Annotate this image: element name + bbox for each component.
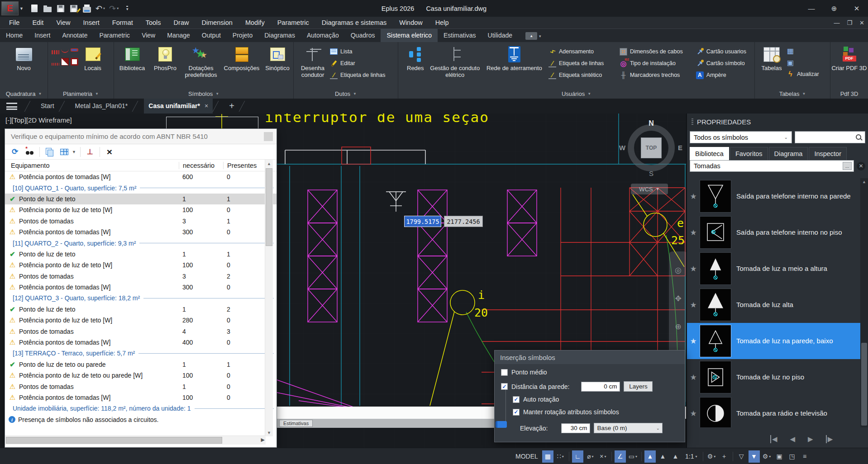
ribbon-tab[interactable]: Diagramas <box>258 29 301 42</box>
cartao-usuarios-button[interactable]: Cartão usuarios <box>696 46 754 57</box>
customize-quick-access-button[interactable]: ▾ <box>123 3 132 14</box>
file-tab[interactable]: Start <box>36 99 59 114</box>
redes-button[interactable]: Redes <box>401 42 430 87</box>
novo-button[interactable]: Novo <box>0 42 48 87</box>
ribbon-tab[interactable]: Parametric <box>93 29 136 42</box>
app-logo-caret-icon[interactable]: ▼ <box>19 6 24 11</box>
undo-button[interactable]: ↶▾ <box>95 3 105 14</box>
file-tab[interactable]: Casa unifamiliar*× <box>144 99 213 114</box>
gestao-conduto-button[interactable]: Gestão de conduto elétrico <box>430 42 480 87</box>
biblioteca-button[interactable]: Biblioteca <box>114 42 150 87</box>
auto-rotacao-checkbox[interactable] <box>513 396 520 403</box>
table-row[interactable]: Pontos de tomadas 1 0 <box>5 381 277 392</box>
table-row[interactable]: Potência pontos de tomadas [W] 300 0 <box>5 282 277 293</box>
planimetria-room-icon[interactable] <box>71 58 78 66</box>
table-row[interactable]: Pontos de tomadas 4 3 <box>5 326 277 336</box>
redo-button[interactable]: ↷▾ <box>109 3 119 14</box>
doc-restore-button[interactable]: ❐ <box>847 19 852 26</box>
isometric-drafting[interactable]: ×▾ <box>597 450 609 463</box>
favorite-star-icon[interactable]: ★ <box>687 264 700 274</box>
viewport-controls-label[interactable]: [-][Top][2D Wireframe] <box>5 116 72 124</box>
pan-icon[interactable]: ✥ <box>675 294 681 303</box>
panel-grip-icon[interactable] <box>692 118 693 126</box>
symbol-item[interactable]: ★ Tomada de luz a meio a altura <box>687 251 861 287</box>
nav-arrow-icon[interactable]: ▶ <box>808 435 813 443</box>
favorite-star-icon[interactable]: ★ <box>687 300 700 310</box>
column-necessario[interactable]: necessário <box>179 162 223 169</box>
table-row[interactable]: Potência ponto de luz de teto [W] 100 0 <box>5 260 277 270</box>
group-label-usuarios[interactable]: Usuários▼ <box>398 89 754 99</box>
scroll-right-icon[interactable]: ▶ <box>261 437 265 443</box>
annotation-scale[interactable]: 1:1▾ <box>682 453 700 460</box>
table-row[interactable]: Potência ponto de luz de teto [W] 280 0 <box>5 315 277 326</box>
tab-estimativas-docked[interactable]: Estimativas <box>279 420 313 427</box>
open-file-button[interactable] <box>43 3 52 14</box>
column-presentes[interactable]: Presentes <box>223 162 261 169</box>
planimetria-duct-icon[interactable] <box>71 48 78 52</box>
scrollbar-thumb[interactable] <box>266 168 272 246</box>
save-button[interactable] <box>56 3 65 14</box>
group-label-planimetria[interactable]: Planimetria▼ <box>48 89 114 99</box>
editar-button[interactable]: Editar <box>330 57 385 69</box>
composicoes-button[interactable]: Composições <box>222 42 262 87</box>
status-bar-menu[interactable]: ≡▾ <box>799 450 811 463</box>
tipo-instalacao-button[interactable]: Tipo de instalação <box>620 57 696 69</box>
ribbon-tab[interactable]: Automação <box>301 29 345 42</box>
table-row[interactable]: Potência pontos de tomadas [W] 400 0 <box>5 337 277 348</box>
symbol-item[interactable]: ★ Tomada de luz na parede, baixo <box>687 323 861 359</box>
view-cube-south[interactable]: S <box>625 170 678 177</box>
menu-item[interactable]: Modify <box>239 17 271 29</box>
menu-item[interactable]: Help <box>429 17 455 29</box>
ribbon-display-options[interactable]: ▲ ▾ <box>525 32 541 40</box>
symbol-item[interactable]: ★ Tomada de luz alta <box>687 287 861 323</box>
menu-item[interactable]: View <box>50 17 76 29</box>
scrollbar-thumb[interactable] <box>6 437 222 444</box>
pipe-tool-icon[interactable] <box>85 147 95 157</box>
lista-button[interactable]: Lista <box>330 46 385 57</box>
clear-search-icon[interactable]: ✕ <box>857 162 865 170</box>
ribbon-tab[interactable]: Manage <box>161 29 196 42</box>
symbol-item[interactable]: ★ Saída para telefone interno no piso <box>687 214 861 251</box>
table-row[interactable]: Potência pontos de tomadas [W] 600 0 <box>5 171 277 182</box>
full-navigation-wheel-icon[interactable]: ◎ <box>675 265 682 275</box>
phospro-button[interactable]: PhosPro <box>150 42 180 87</box>
export-caret-icon[interactable]: ▼ <box>72 150 76 154</box>
checker-horizontal-scrollbar[interactable]: ▶ <box>5 436 266 445</box>
find-icon[interactable] <box>24 147 35 157</box>
redo-caret-icon[interactable]: ▾ <box>117 6 119 10</box>
menu-item[interactable]: Edit <box>26 17 50 29</box>
sinoptico-button[interactable]: Sinóptico <box>262 42 293 87</box>
ribbon-tab[interactable]: Home <box>0 29 29 42</box>
delete-icon[interactable] <box>104 147 115 157</box>
category-search-field[interactable]: Tomadas ... <box>690 160 854 172</box>
save-as-button[interactable] <box>69 3 78 14</box>
restore-button[interactable]: ⊕ <box>823 0 845 17</box>
menu-item[interactable]: Diagramas e sistemas <box>315 17 393 29</box>
undo-caret-icon[interactable]: ▾ <box>103 6 105 10</box>
table-row[interactable]: Pontos de tomadas 3 2 <box>5 271 277 282</box>
view-cube-top[interactable]: TOP <box>641 137 662 158</box>
dialog-blue-handle[interactable] <box>496 421 507 428</box>
planimetria-arc-icon[interactable] <box>61 48 69 53</box>
symbol-item[interactable]: ★ Tomada de luz no piso <box>687 359 861 395</box>
customization[interactable]: ⚙▾ <box>761 450 773 463</box>
isolate-objects[interactable]: ▽▾ <box>736 450 747 463</box>
group-label-dutos[interactable]: Dutos▼ <box>294 89 398 99</box>
new-tab-button[interactable]: + <box>224 101 239 111</box>
table-row[interactable]: Pontos de tomadas 3 1 <box>5 216 277 227</box>
ribbon-tab[interactable]: Estimativas <box>438 29 482 42</box>
workspace-switching[interactable]: ⚙▾ <box>706 450 717 463</box>
group-label-pdf3d[interactable]: Pdf 3D <box>830 89 868 99</box>
properties-tab[interactable]: Diagrama <box>769 147 808 160</box>
print-button[interactable] <box>82 3 91 14</box>
menu-item[interactable]: File <box>3 17 26 29</box>
nav-arrow-icon[interactable]: ▶ <box>826 435 833 443</box>
adensamento-button[interactable]: Adensamento <box>548 46 620 57</box>
layers-button[interactable]: Layers <box>624 381 653 392</box>
annotation-autoscale[interactable]: ▲▾ <box>657 450 668 463</box>
file-tabs-menu-icon[interactable] <box>6 103 17 110</box>
ribbon-tab[interactable]: Annotate <box>56 29 93 42</box>
planimetria-wall-icon[interactable] <box>52 50 59 54</box>
planimetria-fill-icon[interactable] <box>61 58 69 66</box>
properties-tab[interactable]: Inspector <box>809 147 847 160</box>
